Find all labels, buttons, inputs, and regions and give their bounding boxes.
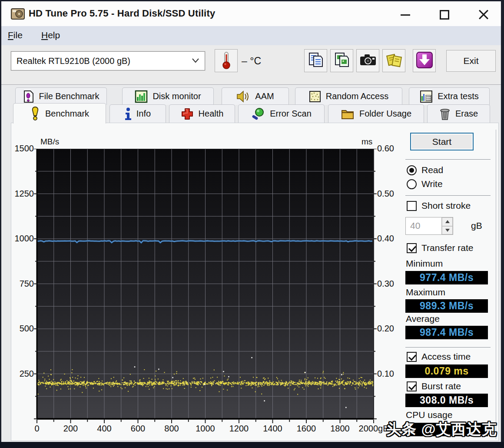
tab-label: AAM xyxy=(255,91,274,101)
access-time-value-text: 0.079 ms xyxy=(424,365,468,377)
file-benchmark-icon xyxy=(23,90,34,103)
minimize-button[interactable] xyxy=(395,7,415,22)
capacity-spinner[interactable]: 40 xyxy=(405,217,453,235)
x-axis-tick-label: 1200 xyxy=(219,424,259,434)
x-axis-tick-label: 800 xyxy=(152,424,191,434)
exit-button[interactable]: Exit xyxy=(446,50,496,72)
chevron-down-icon xyxy=(192,57,199,65)
close-button[interactable] xyxy=(474,7,494,22)
plot-gridlines xyxy=(37,149,374,419)
tab-disk-monitor[interactable]: Disk monitor xyxy=(122,87,214,105)
temperature-unit: °C xyxy=(250,55,261,67)
tab-label: Erase xyxy=(455,109,478,119)
title-bar: HD Tune Pro 5.75 - Hard Disk/SSD Utility xyxy=(1,1,501,26)
burst-rate-row[interactable]: Burst rate xyxy=(407,381,461,391)
watermark-text: 头条 @艾西达克 xyxy=(386,419,503,439)
cpu-usage-label: CPU usage xyxy=(406,410,452,420)
tab-extra-tests[interactable]: Extra tests xyxy=(409,87,490,105)
y-left-tick-label: 250 xyxy=(8,369,34,379)
window-border-top xyxy=(0,0,504,1)
tab-benchmark[interactable]: Benchmark xyxy=(13,103,106,124)
maximize-icon xyxy=(440,10,449,20)
spin-up-button[interactable] xyxy=(442,217,453,226)
save-button[interactable] xyxy=(413,49,436,72)
capacity-unit-label: gB xyxy=(471,221,482,231)
arrow-down-icon xyxy=(445,229,450,232)
tab-label: Health xyxy=(199,109,224,119)
app-icon xyxy=(10,6,26,24)
panel-divider xyxy=(496,130,496,439)
short-stroke-checkbox[interactable] xyxy=(407,201,417,211)
tab-folder-usage[interactable]: Folder Usage xyxy=(328,104,424,123)
menu-help[interactable]: Help xyxy=(41,30,60,40)
tab-label: Folder Usage xyxy=(359,109,411,119)
info-icon xyxy=(125,107,132,120)
read-radio[interactable] xyxy=(407,165,417,175)
y-right-tick-label: 0.20 xyxy=(377,324,394,334)
speaker-icon xyxy=(236,90,250,103)
minimize-icon xyxy=(401,14,410,16)
minimum-value: 977.4 MB/s xyxy=(405,271,488,284)
write-label: Write xyxy=(421,179,443,189)
x-axis-tick-label: 1400 xyxy=(253,424,292,434)
start-button[interactable]: Start xyxy=(410,133,474,150)
burst-rate-value-text: 308.0 MB/s xyxy=(420,395,474,406)
screenshot-camera-icon xyxy=(359,52,377,70)
temperature-value: – xyxy=(242,55,247,67)
y-right-tick-label: 0.10 xyxy=(377,369,394,379)
read-label: Read xyxy=(421,165,443,175)
folder-icon xyxy=(341,108,355,120)
maximum-value-text: 989.3 MB/s xyxy=(420,300,474,312)
y-left-tick-label: 1500 xyxy=(8,144,34,154)
y-left-tick-label: 750 xyxy=(8,279,34,289)
spin-down-button[interactable] xyxy=(442,226,453,235)
transfer-rate-checkbox[interactable] xyxy=(407,243,417,253)
screenshot-button[interactable] xyxy=(356,49,379,72)
transfer-rate-row[interactable]: Transfer rate xyxy=(407,243,473,253)
short-stroke-row[interactable]: Short stroke xyxy=(407,201,471,211)
write-radio[interactable] xyxy=(407,179,417,189)
tab-health[interactable]: Health xyxy=(169,104,235,123)
copy-text-button[interactable] xyxy=(304,49,327,72)
access-time-label: Access time xyxy=(421,351,471,362)
y-right-unit-label: ms xyxy=(361,137,372,147)
average-value-text: 987.4 MB/s xyxy=(420,327,474,338)
tab-erase[interactable]: Erase xyxy=(427,104,490,123)
save-download-icon xyxy=(415,50,434,71)
tab-info[interactable]: Info xyxy=(109,104,166,123)
minimum-value-text: 977.4 MB/s xyxy=(420,272,474,284)
write-radio-row[interactable]: Write xyxy=(407,179,443,189)
tab-label: Benchmark xyxy=(45,109,89,119)
tab-error-scan[interactable]: Error Scan xyxy=(238,104,325,123)
access-time-checkbox[interactable] xyxy=(407,352,417,362)
drive-select-value: Realtek RTL9210B (2000 gB) xyxy=(17,56,192,66)
copy-image-button[interactable] xyxy=(330,49,353,72)
read-radio-row[interactable]: Read xyxy=(407,165,443,175)
temperature-readout: – °C xyxy=(242,55,261,67)
benchmark-plot xyxy=(33,149,378,424)
x-axis-tick-label: 1600 xyxy=(287,424,326,434)
window-border-bottom xyxy=(0,442,504,448)
separator xyxy=(405,159,491,160)
tab-file-benchmark[interactable]: File Benchmark xyxy=(15,87,107,105)
tab-aam[interactable]: AAM xyxy=(222,87,289,105)
start-button-label: Start xyxy=(432,137,451,147)
maximize-button[interactable] xyxy=(434,7,454,22)
tab-label: Info xyxy=(136,109,151,119)
access-time-row[interactable]: Access time xyxy=(407,351,471,362)
thermometer-icon xyxy=(220,51,233,71)
close-icon xyxy=(478,9,489,20)
short-stroke-label: Short stroke xyxy=(421,201,471,211)
temperature-button[interactable] xyxy=(215,49,238,72)
menu-file[interactable]: File xyxy=(8,30,23,40)
tab-label: Disk monitor xyxy=(153,91,201,101)
extra-tests-icon xyxy=(420,90,433,103)
drive-select[interactable]: Realtek RTL9210B (2000 gB) xyxy=(11,51,205,70)
add-results-button[interactable] xyxy=(382,49,405,72)
y-left-unit-label: MB/s xyxy=(40,137,59,147)
x-axis-tick-label: 1800 xyxy=(321,424,360,434)
disk-monitor-icon xyxy=(135,90,148,103)
burst-rate-checkbox[interactable] xyxy=(407,381,417,391)
tab-random-access[interactable]: Random Access xyxy=(295,87,402,105)
y-right-tick-label: 0.50 xyxy=(377,189,394,199)
